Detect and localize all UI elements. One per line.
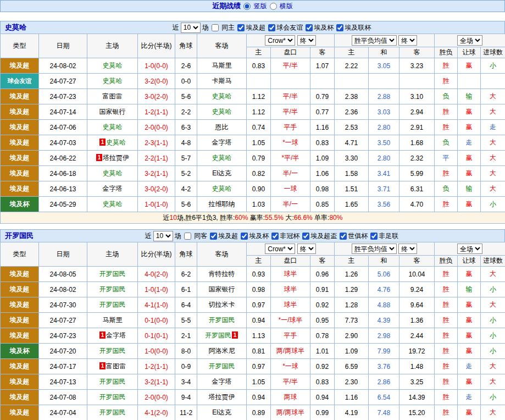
league-cell: 埃及超 bbox=[1, 135, 39, 151]
scope-select[interactable]: 全场 bbox=[457, 244, 482, 254]
handicap-result-cell: 赢 bbox=[458, 313, 481, 328]
league-filter[interactable]: 埃及联杯 bbox=[334, 24, 371, 31]
europe-home-odds-cell: 1.16 bbox=[335, 390, 369, 405]
league-cell: 埃及超 bbox=[1, 151, 39, 166]
result-cell: 胜 bbox=[435, 344, 458, 359]
date-cell: 24-07-04 bbox=[39, 405, 87, 420]
europe-draw-odds-cell: 2.80 bbox=[369, 151, 399, 166]
league-filter[interactable]: 埃及超 bbox=[207, 232, 238, 240]
team-name-text: 史莫哈 bbox=[212, 185, 232, 192]
corners-cell: 6-1 bbox=[175, 282, 197, 297]
europe-away-odds-cell: 19.72 bbox=[399, 344, 435, 359]
asia-home-odds-cell: 0.82 bbox=[247, 166, 271, 181]
team-name-text: El达克 bbox=[212, 169, 231, 177]
team-name-text: 史莫哈 bbox=[212, 108, 232, 115]
team-name-text: 史莫哈 bbox=[103, 77, 123, 85]
handicap-cell: 平/半 bbox=[271, 374, 310, 390]
handicap-cell: *一/球半 bbox=[271, 313, 310, 328]
odds-company-select[interactable]: Crow* bbox=[265, 244, 295, 254]
same-venue-checkbox[interactable] bbox=[184, 233, 191, 240]
league-cell: 埃及超 bbox=[1, 104, 39, 120]
league-filter[interactable]: 埃及超 bbox=[235, 24, 265, 31]
europe-odds-select[interactable]: 胜平负均值 bbox=[352, 244, 397, 254]
home-team-cell: 史莫哈 bbox=[87, 74, 138, 89]
asia-away-odds-cell: 0.95 bbox=[310, 313, 335, 328]
league-filter-checkbox[interactable] bbox=[210, 233, 217, 240]
team-name-text: 开罗国民 bbox=[99, 378, 126, 385]
red-card-badge: 1 bbox=[99, 139, 106, 146]
league-filter-checkbox[interactable] bbox=[306, 24, 313, 31]
goals-cell: 大 bbox=[481, 151, 505, 166]
europe-home-odds-cell: 2.30 bbox=[335, 374, 369, 390]
scope-select[interactable]: 全场 bbox=[457, 35, 482, 46]
date-cell: 24-07-27 bbox=[39, 74, 87, 89]
handicap-cell: 球半 bbox=[271, 267, 310, 282]
europe-home-odds-cell: 1.29 bbox=[335, 282, 369, 297]
match-count-select[interactable]: 10 bbox=[181, 23, 201, 33]
odds-time-select[interactable]: 终 bbox=[297, 35, 316, 46]
league-filter-checkbox[interactable] bbox=[268, 24, 275, 31]
away-team-cell: 史莫哈 bbox=[197, 89, 247, 104]
goals-cell: 走 bbox=[481, 120, 505, 135]
league-filter[interactable]: 非冠杯 bbox=[269, 232, 299, 240]
odds-company-select[interactable]: Crow* bbox=[265, 35, 295, 46]
europe-away-odds-cell: 1.68 bbox=[399, 135, 435, 151]
subcol-asia-home: 主 bbox=[247, 256, 271, 267]
horizontal-layout-radio[interactable] bbox=[270, 3, 277, 10]
league-filter-checkbox[interactable] bbox=[336, 24, 343, 31]
league-filter[interactable]: 埃及杯 bbox=[238, 232, 269, 240]
col-header-league: 类型 bbox=[1, 34, 39, 58]
same-venue-filter[interactable]: 同主 bbox=[209, 23, 235, 32]
europe-odds-select[interactable]: 胜平负均值 bbox=[352, 35, 397, 46]
result-cell: 胜 bbox=[435, 390, 458, 405]
league-filter-checkbox[interactable] bbox=[241, 233, 248, 240]
corners-cell: 5-6 bbox=[175, 197, 197, 212]
league-cell: 埃及超 bbox=[1, 166, 39, 181]
asia-away-odds-cell: 1.16 bbox=[310, 120, 335, 135]
europe-home-odds-cell: 2.36 bbox=[335, 104, 369, 120]
corners-cell: 6-2 bbox=[175, 267, 197, 282]
score-cell: 2-0(0-0) bbox=[138, 390, 175, 405]
page-title: 近期战绩 bbox=[212, 1, 241, 11]
team-name-text: 开罗国民 bbox=[99, 285, 126, 293]
league-filter-checkbox[interactable] bbox=[370, 233, 378, 240]
same-venue-filter[interactable]: 同客 bbox=[181, 231, 207, 241]
asia-odds-group-header: Crow* 终 bbox=[247, 242, 335, 256]
summary-row: 近10场,胜6平1负3, 胜率:60% 赢率:55.5% 大:66.6% 单率:… bbox=[1, 212, 505, 224]
home-team-cell: 史莫哈 bbox=[87, 197, 138, 212]
league-filter-checkbox[interactable] bbox=[237, 24, 245, 31]
away-team-cell: 塔拉贾伊 bbox=[197, 390, 247, 405]
europe-away-odds-cell: 2.94 bbox=[399, 104, 435, 120]
team-name-text: El达克 bbox=[212, 408, 231, 416]
score-cell: 3-2(1-1) bbox=[138, 374, 175, 390]
europe-home-odds-cell: 4.19 bbox=[335, 405, 369, 420]
matches-label: 场 bbox=[202, 23, 209, 32]
europe-away-odds-cell: 5.99 bbox=[399, 166, 435, 181]
handicap-result-cell: 赢 bbox=[458, 166, 481, 181]
league-filter[interactable]: 世俱杯 bbox=[337, 232, 368, 240]
league-filter[interactable]: 球会友谊 bbox=[265, 24, 303, 31]
europe-time-select[interactable]: 终 bbox=[398, 244, 417, 254]
europe-time-select[interactable]: 终 bbox=[398, 35, 417, 46]
handicap-cell: 半/一 bbox=[271, 197, 310, 212]
same-venue-checkbox[interactable] bbox=[212, 24, 219, 31]
team-name-text: 开罗国民 bbox=[209, 316, 235, 324]
away-team-cell: 国家银行 bbox=[197, 282, 247, 297]
match-count-select[interactable]: 10 bbox=[153, 231, 173, 241]
vertical-layout-radio[interactable] bbox=[243, 3, 251, 10]
col-header-home: 主场 bbox=[87, 34, 138, 58]
league-filter[interactable]: 埃及超盃 bbox=[299, 232, 337, 240]
league-filter[interactable]: 埃及杯 bbox=[303, 24, 334, 31]
home-team-cell: 史莫哈 bbox=[87, 58, 138, 74]
league-filter[interactable]: 非足联 bbox=[368, 232, 398, 240]
europe-draw-odds-cell: 2.80 bbox=[369, 120, 399, 135]
league-filter-label: 非足联 bbox=[379, 232, 398, 240]
league-filter-checkbox[interactable] bbox=[340, 233, 347, 240]
league-filter-checkbox[interactable] bbox=[302, 233, 309, 240]
asia-home-odds-cell: 1.03 bbox=[247, 197, 271, 212]
odds-time-select[interactable]: 终 bbox=[297, 244, 316, 254]
team-name-text: 开罗国民 bbox=[99, 301, 126, 308]
layout-option-vertical[interactable]: 竖版 bbox=[241, 2, 267, 11]
layout-option-horizontal[interactable]: 横版 bbox=[267, 2, 293, 11]
league-filter-checkbox[interactable] bbox=[271, 233, 279, 240]
